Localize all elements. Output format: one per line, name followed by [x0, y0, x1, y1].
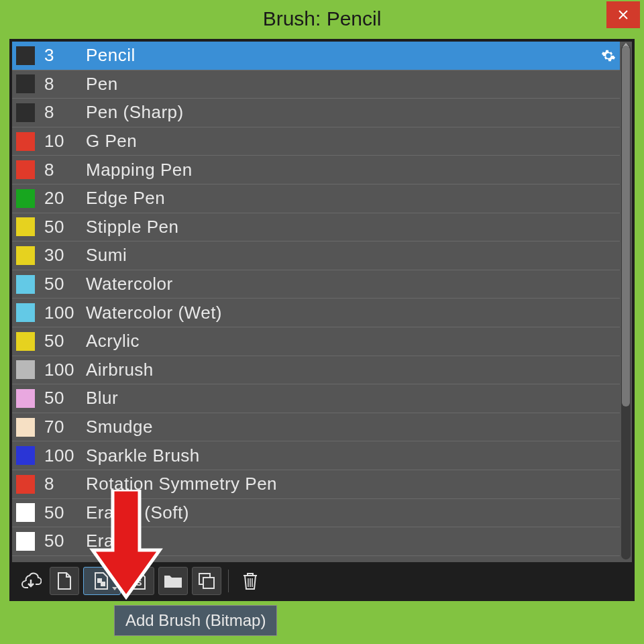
brush-folder-button[interactable]: [158, 567, 188, 595]
window-title: Brush: Pencil: [0, 7, 644, 30]
brush-row[interactable]: 100Airbrush: [12, 356, 620, 385]
tooltip-text: Add Brush (Bitmap): [125, 611, 266, 629]
brush-name-label: Eraser (Soft): [86, 502, 620, 523]
brush-size-label: 8: [44, 74, 86, 95]
brush-size-label: 8: [44, 160, 86, 180]
close-icon: [618, 9, 629, 20]
new-document-icon: [56, 572, 72, 590]
brush-row[interactable]: 100Watercolor (Wet): [12, 299, 620, 327]
brush-color-swatch: [16, 74, 35, 93]
brush-row[interactable]: 50Blur: [12, 384, 620, 413]
brush-row[interactable]: 50Eraser (Soft): [12, 499, 620, 528]
brush-size-label: 10: [44, 131, 86, 152]
cloud-download-icon: [20, 572, 42, 590]
scrollbar-thumb[interactable]: [622, 46, 630, 407]
brush-color-swatch: [16, 46, 35, 65]
brush-name-label: G Pen: [86, 131, 620, 152]
brush-color-swatch: [16, 532, 35, 551]
brush-size-label: 50: [44, 217, 86, 237]
brush-color-swatch: [16, 360, 35, 379]
brush-row[interactable]: 70Smudge: [12, 413, 620, 442]
brush-row[interactable]: 8Mapping Pen: [12, 156, 620, 184]
brush-row[interactable]: 10G Pen: [12, 127, 620, 156]
add-brush-script-icon: S: [131, 572, 148, 590]
brush-name-label: Mapping Pen: [86, 160, 620, 180]
brush-size-label: 100: [44, 303, 86, 323]
add-brush-bitmap-icon: [93, 572, 111, 590]
delete-brush-button[interactable]: [235, 567, 265, 595]
brush-color-swatch: [16, 189, 35, 208]
brush-size-label: 100: [44, 445, 86, 466]
brush-row[interactable]: 30Sumi: [12, 241, 620, 270]
brush-name-label: Airbrush: [86, 360, 620, 380]
add-brush-bitmap-button[interactable]: [83, 567, 121, 595]
brush-row[interactable]: 8Pen (Sharp): [12, 99, 620, 127]
brush-row[interactable]: 50Stipple Pen: [12, 213, 620, 242]
brush-name-label: Watercolor (Wet): [86, 303, 620, 323]
brush-name-label: Smudge: [86, 417, 620, 437]
trash-icon: [241, 571, 259, 591]
brush-name-label: Pencil: [86, 45, 620, 66]
close-button[interactable]: [606, 1, 640, 28]
brush-name-label: Sumi: [86, 245, 620, 266]
brush-name-label: Sparkle Brush: [86, 445, 620, 466]
tooltip: Add Brush (Bitmap): [114, 605, 277, 636]
brush-row[interactable]: 50Acrylic: [12, 327, 620, 356]
brush-name-label: Watercolor: [86, 274, 620, 294]
titlebar: Brush: Pencil: [0, 0, 644, 38]
brush-size-label: 3: [44, 45, 86, 66]
brush-name-label: Stipple Pen: [86, 217, 620, 237]
brush-size-label: 30: [44, 245, 86, 266]
brush-name-label: Rotation Symmetry Pen: [86, 474, 620, 494]
brush-name-label: Blur: [86, 388, 620, 409]
brush-size-label: 50: [44, 274, 86, 294]
brush-size-label: 8: [44, 474, 86, 494]
brush-list-container: 3Pencil8Pen8Pen (Sharp)10G Pen8Mapping P…: [12, 42, 632, 562]
add-brush-script-button[interactable]: S: [125, 567, 154, 595]
brush-size-label: 50: [44, 388, 86, 409]
cloud-download-button[interactable]: [16, 567, 46, 595]
brush-color-swatch: [16, 303, 35, 322]
svg-rect-4: [203, 578, 214, 588]
brush-color-swatch: [16, 446, 35, 465]
brush-row[interactable]: 50Watercolor: [12, 270, 620, 299]
brush-size-label: 50: [44, 331, 86, 352]
brush-color-swatch: [16, 418, 35, 437]
svg-rect-1: [101, 582, 105, 586]
brush-size-label: 50: [44, 531, 86, 551]
brush-color-swatch: [16, 246, 35, 265]
brush-size-label: 50: [44, 502, 86, 523]
brush-name-label: Pen: [86, 74, 620, 95]
brush-size-label: 100: [44, 360, 86, 380]
brush-panel: 3Pencil8Pen8Pen (Sharp)10G Pen8Mapping P…: [9, 39, 635, 601]
brush-size-label: 8: [44, 102, 86, 123]
app-window: Brush: Pencil 3Pencil8Pen8Pen (Sharp)10G…: [0, 0, 644, 644]
duplicate-icon: [197, 572, 216, 590]
brush-row[interactable]: 8Rotation Symmetry Pen: [12, 470, 620, 499]
brush-list[interactable]: 3Pencil8Pen8Pen (Sharp)10G Pen8Mapping P…: [12, 42, 620, 562]
brush-color-swatch: [16, 389, 35, 408]
folder-icon: [163, 573, 183, 589]
brush-row[interactable]: 50Eraser: [12, 527, 620, 556]
scrollbar[interactable]: [621, 44, 631, 559]
brush-color-swatch: [16, 475, 35, 494]
brush-row[interactable]: 100Sparkle Brush: [12, 441, 620, 470]
brush-row[interactable]: 3Pencil: [12, 42, 620, 70]
brush-color-swatch: [16, 217, 35, 236]
new-brush-button[interactable]: [50, 567, 79, 595]
dropdown-caret-icon: [112, 587, 117, 590]
brush-color-swatch: [16, 332, 35, 351]
brush-row[interactable]: 20Edge Pen: [12, 184, 620, 213]
brush-size-label: 20: [44, 188, 86, 209]
brush-name-label: Eraser: [86, 531, 620, 551]
brush-color-swatch: [16, 132, 35, 151]
brush-name-label: Edge Pen: [86, 188, 620, 209]
brush-row[interactable]: 8Pen: [12, 70, 620, 99]
gear-icon[interactable]: [601, 48, 616, 63]
duplicate-brush-button[interactable]: [192, 567, 221, 595]
brush-color-swatch: [16, 160, 35, 179]
brush-color-swatch: [16, 103, 35, 122]
brush-color-swatch: [16, 503, 35, 522]
brush-toolbar: S: [12, 564, 632, 598]
svg-text:S: S: [136, 578, 142, 588]
